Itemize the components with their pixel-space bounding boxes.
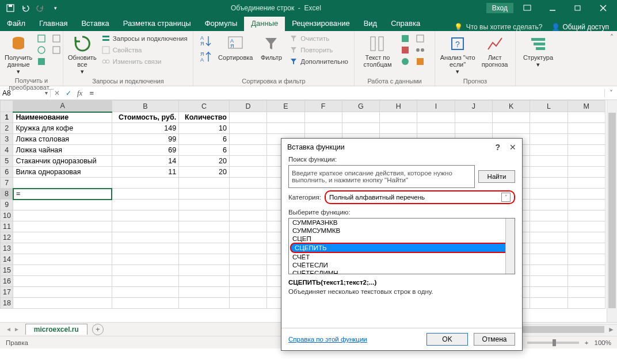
cancel-formula-icon[interactable]: ✕ [54,89,60,97]
function-list-item[interactable]: СЧЁТЕСЛИ [289,261,515,269]
from-text-icon[interactable] [36,33,47,44]
function-list-item[interactable]: СЧЁТЕСЛИМН [289,269,515,274]
ok-button[interactable]: OK [426,333,468,346]
help-icon[interactable]: ? [495,143,500,152]
close-dialog-icon[interactable]: ✕ [509,143,516,152]
search-function-input[interactable]: Введите краткое описание действия, котор… [288,165,475,188]
maximize-icon[interactable] [566,0,589,16]
tab-home[interactable]: Главная [32,17,74,31]
undo-icon[interactable] [18,2,32,14]
row-header[interactable]: 15 [1,265,13,276]
function-list-item[interactable]: СЦЕПИТЬ [290,243,513,253]
col-header[interactable]: L [530,101,568,112]
forecast-sheet-button[interactable]: Лист прогноза [479,33,511,69]
refresh-all-button[interactable]: Обновить все▾ [68,33,97,76]
tab-data[interactable]: Данные [244,17,285,31]
text-to-columns-button[interactable]: Текст по столбцам [359,33,396,69]
advanced-filter-button[interactable]: Дополнительно [288,56,349,67]
row-header[interactable]: 9 [1,200,13,210]
consolidate-icon[interactable] [414,33,426,44]
row-header[interactable]: 10 [1,210,13,221]
remove-dup-icon[interactable] [399,45,411,55]
col-header[interactable]: B [112,101,178,112]
from-web-icon[interactable] [36,45,47,55]
flash-fill-icon[interactable] [399,33,411,44]
share-button[interactable]: 👤 Общий доступ [551,23,609,31]
col-header[interactable]: E [267,101,304,112]
row-header[interactable]: 8 [1,189,13,200]
tab-review[interactable]: Рецензирование [285,17,356,31]
data-validation-icon[interactable] [399,56,411,67]
qat-dropdown-icon[interactable]: ▾ [48,2,62,14]
row-header[interactable]: 16 [1,276,13,287]
collapse-ribbon-icon[interactable]: ˄ [610,33,614,41]
row-header[interactable]: 2 [1,123,13,134]
row-header[interactable]: 5 [1,156,13,167]
active-cell[interactable]: = [13,189,112,200]
queries-connections-button[interactable]: Запросы и подключения [100,33,189,44]
col-header[interactable]: K [493,101,530,112]
minimize-icon[interactable] [541,0,564,16]
what-if-button[interactable]: ? Анализ "что если"▾ [440,33,475,76]
tab-insert[interactable]: Вставка [74,17,116,31]
get-data-button[interactable]: Получить данные▾ [5,33,32,76]
tell-me-search[interactable]: 💡 Что вы хотите сделать? [454,23,543,31]
col-header[interactable]: D [229,101,266,112]
find-button[interactable]: Найти [478,170,515,183]
col-header[interactable]: A [13,101,112,112]
chevron-down-icon[interactable]: ▾ [45,90,48,96]
recent-sources-icon[interactable] [51,33,62,44]
relationships-icon[interactable] [414,45,426,55]
sheet-nav-next-icon[interactable]: ► [14,326,20,332]
outline-button[interactable]: Структура▾ [520,33,556,69]
sort-za-icon[interactable]: ЯА [198,49,213,66]
row-header[interactable]: 14 [1,254,13,265]
row-header[interactable]: 4 [1,145,13,156]
sort-az-icon[interactable]: АЯ [198,33,213,49]
sheet-tab-active[interactable]: microexcel.ru [25,324,87,335]
col-header[interactable]: C [179,101,230,112]
from-table-icon[interactable] [36,56,47,67]
function-list-item[interactable]: СУММРАЗНКВ [289,219,515,227]
function-list[interactable]: СУММРАЗНКВСУММСУММКВСЦЕПСЦЕПИТЬСЧЁТСЧЁТЕ… [288,218,515,274]
col-header[interactable]: H [380,101,417,112]
sort-button[interactable]: АЯ Сортировка [216,33,255,62]
col-header[interactable]: F [304,101,342,112]
row-header[interactable]: 12 [1,232,13,243]
row-header[interactable]: 18 [1,298,13,309]
zoom-in-icon[interactable]: + [585,339,589,346]
zoom-slider[interactable] [527,342,579,344]
tab-help[interactable]: Справка [384,17,427,31]
cancel-button[interactable]: Отмена [474,333,515,346]
function-list-scrollbar[interactable] [505,219,515,274]
col-header[interactable]: G [342,101,379,112]
row-header[interactable]: 7 [1,178,13,189]
vertical-scrollbar[interactable] [607,100,617,322]
row-header[interactable]: 1 [1,112,13,123]
function-list-item[interactable]: СЦЕП [289,235,515,243]
fx-icon[interactable]: fx [77,89,82,98]
row-header[interactable]: 6 [1,167,13,178]
add-sheet-button[interactable]: + [92,324,104,335]
row-header[interactable]: 3 [1,134,13,145]
zoom-value[interactable]: 100% [595,339,611,346]
function-list-item[interactable]: СУММСУММКВ [289,227,515,235]
col-header[interactable]: M [568,101,605,112]
sheet-nav-prev-icon[interactable]: ◄ [6,326,12,332]
name-box[interactable]: A8 ▾ [0,89,51,97]
redo-icon[interactable] [33,2,47,14]
tab-file[interactable]: Файл [0,17,32,31]
enter-formula-icon[interactable]: ✓ [66,89,71,97]
dialog-titlebar[interactable]: Вставка функции ? ✕ [281,139,522,156]
save-icon[interactable] [3,2,17,14]
row-header[interactable]: 11 [1,221,13,232]
function-list-item[interactable]: СЧЁТ [289,253,515,261]
tab-page-layout[interactable]: Разметка страницы [116,17,198,31]
tab-formulas[interactable]: Формулы [198,17,245,31]
expand-formula-bar-icon[interactable]: ˅ [604,89,617,97]
login-button[interactable]: Вход [486,3,513,13]
row-header[interactable]: 13 [1,243,13,254]
row-header[interactable]: 17 [1,287,13,298]
ribbon-display-icon[interactable] [516,0,539,16]
data-model-icon[interactable] [414,56,426,67]
